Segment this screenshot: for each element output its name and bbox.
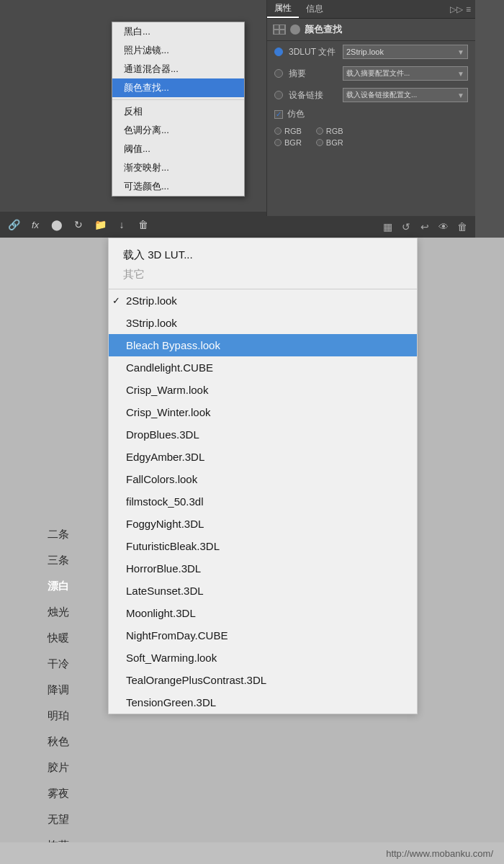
menu-separator	[112, 99, 244, 100]
channel-col-left: RGB BGR	[274, 127, 302, 147]
channel-row-bgr-right: BGR	[316, 138, 343, 147]
menu-item-invert[interactable]: 反相	[112, 102, 244, 121]
lut-item-name-7: EdgyAmber.3DL	[126, 451, 204, 463]
main-area: 二条 三条 漂白 烛光 快暖 干冷 降调 明珀 秋色 胶片 雾夜 无望 怖蓝 日…	[0, 238, 504, 842]
menu-item-threshold[interactable]: 阈值...	[112, 140, 244, 158]
right-properties-panel: 属性 信息 ▷▷ ≡ 颜色查找 3DLUT 文件	[266, 0, 475, 238]
lut-item-name-18: TensionGreen.3DL	[126, 696, 216, 708]
menu-item-bw[interactable]: 黑白...	[112, 22, 244, 41]
panel-row-abstract: 摘要 载入摘要配置文件... ▼	[267, 63, 475, 84]
select-abstract-arrow: ▼	[457, 70, 464, 78]
radio-bgr-left[interactable]	[274, 139, 282, 146]
load-3dlut-button[interactable]: 载入 3D LUT...	[123, 246, 402, 265]
menu-item-selective-color[interactable]: 可选颜色...	[112, 177, 244, 196]
select-abstract[interactable]: 载入摘要配置文件... ▼	[343, 66, 468, 81]
svg-rect-3	[280, 30, 284, 34]
lut-item-name-13: LateSunset.3DL	[126, 585, 204, 597]
refresh-icon[interactable]: ↺	[399, 220, 413, 234]
radio-device-link[interactable]	[274, 91, 283, 99]
label-bgr-right: BGR	[326, 138, 343, 147]
lut-item-name-2: Bleach Bypass.look	[126, 339, 220, 351]
lut-item-name-0: 2Strip.look	[126, 294, 177, 307]
radio-rgb-left[interactable]	[274, 127, 282, 135]
cn-label-4: 快暖	[48, 625, 69, 651]
menu-item-channel-mixer[interactable]: 通道混合器...	[112, 60, 244, 78]
panel-menu-icon[interactable]: ≡	[466, 4, 471, 14]
lut-item-6[interactable]: DropBlues.3DL	[109, 423, 417, 446]
adjustments-menu: 黑白... 照片滤镜... 通道混合器... 颜色查找... 反相 色调分离..…	[112, 22, 245, 197]
lut-dropdown: 载入 3D LUT... 其它 2Strip.look3Strip.lookBl…	[108, 238, 418, 714]
lut-item-17[interactable]: TealOrangePlusContrast.3DL	[109, 669, 417, 691]
circle-icon[interactable]: ⬤	[49, 217, 65, 233]
fx-icon[interactable]: fx	[27, 217, 43, 233]
cn-label-9: 胶片	[48, 755, 69, 780]
lut-item-name-14: Moonlight.3DL	[126, 607, 196, 619]
label-abstract: 摘要	[289, 68, 343, 80]
channel-row-rgb-left: RGB	[274, 127, 302, 135]
lut-item-10[interactable]: FoggyNight.3DL	[109, 513, 417, 535]
eye-icon[interactable]: 👁	[436, 220, 451, 234]
lut-item-1[interactable]: 3Strip.look	[109, 312, 417, 334]
lut-item-11[interactable]: FuturisticBleak.3DL	[109, 535, 417, 557]
label-3dlut: 3DLUT 文件	[289, 46, 343, 58]
arrow-icon[interactable]: ↓	[114, 217, 130, 233]
lut-item-16[interactable]: Soft_Warming.look	[109, 647, 417, 669]
lut-item-name-3: Candlelight.CUBE	[126, 361, 213, 374]
panel-header: 颜色查找	[267, 19, 475, 41]
lut-item-14[interactable]: Moonlight.3DL	[109, 602, 417, 624]
link-icon[interactable]: 🔗	[6, 217, 22, 233]
label-rgb-left: RGB	[284, 127, 302, 135]
checkbox-dither[interactable]: ✓	[274, 110, 283, 119]
footer: http://www.mobanku.com/	[0, 842, 504, 864]
select-3dlut-value: 2Strip.look	[346, 48, 384, 56]
channel-col-right: RGB BGR	[316, 127, 343, 147]
lut-item-4[interactable]: Crisp_Warm.look	[109, 379, 417, 401]
svg-rect-2	[274, 30, 279, 34]
radio-rgb-right[interactable]	[316, 127, 323, 135]
lut-item-12[interactable]: HorrorBlue.3DL	[109, 557, 417, 580]
grid-bottom-icon[interactable]: ▦	[380, 220, 395, 234]
circle-indicator	[290, 24, 300, 35]
panel-bottom-toolbar: ▦ ↺ ↩ 👁 🗑	[266, 216, 475, 238]
lut-item-name-9: filmstock_50.3dl	[126, 495, 204, 508]
trash-icon[interactable]: 🗑	[135, 217, 151, 233]
select-3dlut[interactable]: 2Strip.look ▼	[343, 45, 468, 59]
lut-item-name-5: Crisp_Winter.look	[126, 406, 211, 418]
select-3dlut-arrow: ▼	[457, 48, 464, 56]
menu-item-color-lookup[interactable]: 颜色查找...	[112, 78, 244, 97]
lut-list: 2Strip.look3Strip.lookBleach Bypass.look…	[109, 289, 417, 714]
lut-item-15[interactable]: NightFromDay.CUBE	[109, 624, 417, 647]
menu-item-gradient-map[interactable]: 渐变映射...	[112, 158, 244, 177]
radio-3dlut[interactable]	[274, 48, 283, 56]
other-option: 其它	[123, 265, 402, 284]
radio-abstract[interactable]	[274, 69, 283, 78]
delete-icon[interactable]: 🗑	[455, 220, 469, 234]
select-device-link[interactable]: 载入设备链接配置文... ▼	[343, 88, 468, 102]
svg-rect-1	[280, 25, 284, 29]
lut-item-0[interactable]: 2Strip.look	[109, 289, 417, 312]
lut-item-name-16: Soft_Warming.look	[126, 652, 217, 664]
channel-row-rgb-right: RGB	[316, 127, 343, 135]
menu-item-posterize[interactable]: 色调分离...	[112, 121, 244, 140]
folder-icon[interactable]: 📁	[92, 217, 108, 233]
cn-label-1: 三条	[48, 547, 69, 573]
lut-item-7[interactable]: EdgyAmber.3DL	[109, 446, 417, 468]
lut-item-9[interactable]: filmstock_50.3dl	[109, 490, 417, 513]
lut-item-18[interactable]: TensionGreen.3DL	[109, 691, 417, 714]
lut-item-13[interactable]: LateSunset.3DL	[109, 580, 417, 602]
lut-item-name-8: FallColors.look	[126, 473, 197, 485]
tab-info[interactable]: 信息	[299, 0, 330, 18]
left-menu-panel: 黑白... 照片滤镜... 通道混合器... 颜色查找... 反相 色调分离..…	[0, 0, 266, 238]
channel-row-bgr-left: BGR	[274, 138, 302, 147]
lut-item-8[interactable]: FallColors.look	[109, 468, 417, 490]
menu-item-photo-filter[interactable]: 照片滤镜...	[112, 41, 244, 60]
lut-item-5[interactable]: Crisp_Winter.look	[109, 401, 417, 423]
lut-item-3[interactable]: Candlelight.CUBE	[109, 356, 417, 379]
select-device-link-arrow: ▼	[457, 91, 464, 99]
panel-collapse-icon[interactable]: ▷▷	[450, 4, 463, 14]
lut-item-2[interactable]: Bleach Bypass.look	[109, 334, 417, 356]
rotate-icon[interactable]: ↻	[71, 217, 86, 233]
radio-bgr-right[interactable]	[316, 139, 323, 146]
undo-icon[interactable]: ↩	[418, 220, 432, 234]
tab-properties[interactable]: 属性	[267, 0, 299, 18]
